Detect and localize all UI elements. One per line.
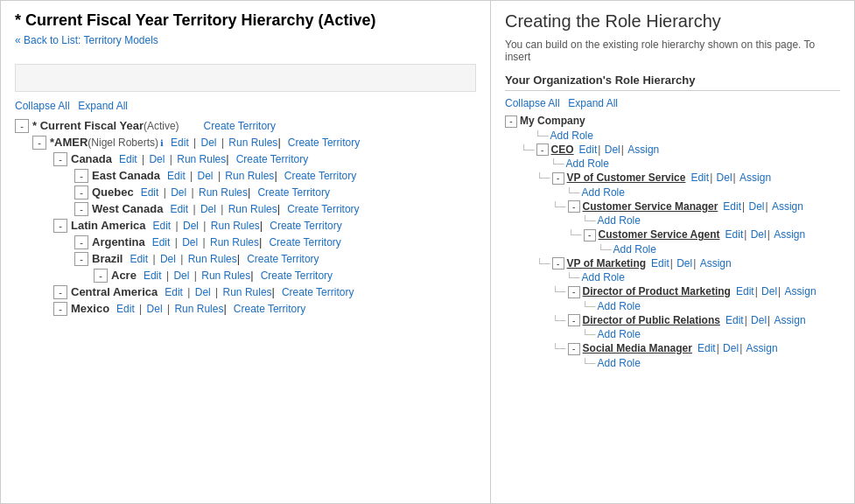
add-role-add-role-csm[interactable]: Add Role: [598, 214, 641, 227]
link-del-latin-america[interactable]: Del: [183, 220, 199, 232]
create-territory-mexico[interactable]: Create Territory: [234, 303, 305, 315]
toggle-mexico[interactable]: -: [53, 302, 67, 316]
link-edit-amer[interactable]: Edit: [171, 136, 189, 149]
left-collapse-all[interactable]: Collapse All: [15, 100, 70, 112]
link-run-rules-east-canada[interactable]: Run Rules: [225, 170, 274, 182]
add-role-add-role-dpr[interactable]: Add Role: [598, 328, 641, 340]
link-run-rules-mexico[interactable]: Run Rules: [174, 303, 223, 315]
create-territory-canada[interactable]: Create Territory: [236, 153, 308, 165]
toggle-brazil[interactable]: -: [74, 252, 88, 266]
role-link-edit-dir-public-relations[interactable]: Edit: [725, 314, 744, 326]
link-edit-canada[interactable]: Edit: [119, 153, 137, 165]
create-territory-argentina[interactable]: Create Territory: [269, 236, 340, 248]
link-del-canada[interactable]: Del: [149, 153, 165, 165]
create-territory-east-canada[interactable]: Create Territory: [284, 170, 356, 182]
create-territory-central-america[interactable]: Create Territory: [282, 286, 354, 298]
add-role-add-role-mc[interactable]: Add Role: [550, 130, 593, 142]
role-link-edit-csa[interactable]: Edit: [725, 228, 744, 241]
link-del-west-canada[interactable]: Del: [200, 203, 216, 215]
link-edit-argentina[interactable]: Edit: [152, 236, 171, 248]
role-link-assign-vp-customer-service[interactable]: Assign: [739, 172, 771, 184]
add-role-add-role-dpm[interactable]: Add Role: [598, 300, 641, 312]
create-territory-west-canada[interactable]: Create Territory: [287, 203, 359, 215]
left-expand-all[interactable]: Expand All: [78, 100, 128, 112]
link-run-rules-central-america[interactable]: Run Rules: [223, 286, 272, 298]
add-role-add-role-csa[interactable]: Add Role: [613, 243, 656, 256]
toggle-acre[interactable]: -: [94, 269, 108, 283]
role-toggle-social-media-mgr[interactable]: -: [568, 343, 580, 355]
toggle-root[interactable]: -: [15, 119, 29, 133]
add-role-add-role-vpcs[interactable]: Add Role: [582, 186, 625, 199]
role-link-del-social-media-mgr[interactable]: Del: [723, 342, 739, 354]
add-role-add-role-ceo[interactable]: Add Role: [566, 158, 609, 170]
role-link-assign-ceo[interactable]: Assign: [627, 144, 659, 156]
role-link-del-csm[interactable]: Del: [748, 200, 764, 213]
toggle-central-america[interactable]: -: [53, 285, 67, 299]
link-del-acre[interactable]: Del: [173, 270, 189, 282]
link-del-amer[interactable]: Del: [201, 136, 217, 149]
role-toggle-vp-marketing[interactable]: -: [552, 257, 564, 270]
add-role-add-role-smm[interactable]: Add Role: [598, 357, 641, 369]
link-run-rules-amer[interactable]: Run Rules: [228, 136, 277, 149]
role-link-del-vp-marketing[interactable]: Del: [676, 257, 692, 270]
role-link-del-vp-customer-service[interactable]: Del: [717, 172, 732, 184]
link-run-rules-quebec[interactable]: Run Rules: [199, 186, 248, 199]
link-run-rules-acre[interactable]: Run Rules: [201, 270, 250, 282]
role-link-assign-csm[interactable]: Assign: [772, 200, 803, 213]
link-del-central-america[interactable]: Del: [195, 286, 211, 298]
role-link-edit-dir-product-marketing[interactable]: Edit: [736, 285, 754, 298]
toggle-quebec[interactable]: -: [74, 186, 88, 200]
link-del-mexico[interactable]: Del: [147, 303, 163, 315]
role-expand-all[interactable]: Expand All: [568, 97, 618, 109]
link-edit-east-canada[interactable]: Edit: [167, 170, 186, 182]
link-run-rules-argentina[interactable]: Run Rules: [210, 236, 259, 248]
create-territory-acre[interactable]: Create Territory: [261, 270, 333, 282]
link-edit-latin-america[interactable]: Edit: [153, 220, 172, 232]
toggle-latin-america[interactable]: -: [53, 219, 67, 233]
role-link-assign-dir-public-relations[interactable]: Assign: [774, 314, 806, 326]
role-link-edit-social-media-mgr[interactable]: Edit: [697, 342, 716, 354]
create-territory-latin-america[interactable]: Create Territory: [270, 220, 341, 232]
link-del-quebec[interactable]: Del: [171, 186, 186, 199]
role-collapse-all[interactable]: Collapse All: [505, 97, 560, 109]
role-link-edit-vp-marketing[interactable]: Edit: [651, 257, 669, 270]
role-toggle-my-company[interactable]: -: [505, 116, 517, 128]
create-territory-root[interactable]: Create Territory: [204, 120, 276, 132]
role-link-edit-csm[interactable]: Edit: [723, 200, 741, 213]
link-edit-acre[interactable]: Edit: [144, 270, 162, 282]
role-link-assign-dir-product-marketing[interactable]: Assign: [785, 285, 816, 298]
role-link-edit-ceo[interactable]: Edit: [579, 144, 598, 156]
role-link-assign-vp-marketing[interactable]: Assign: [700, 257, 732, 270]
role-toggle-dir-product-marketing[interactable]: -: [568, 286, 580, 298]
toggle-argentina[interactable]: -: [74, 235, 88, 249]
role-link-assign-csa[interactable]: Assign: [774, 228, 805, 241]
link-edit-quebec[interactable]: Edit: [141, 186, 159, 199]
link-del-argentina[interactable]: Del: [182, 236, 198, 248]
link-edit-brazil[interactable]: Edit: [130, 253, 148, 265]
toggle-east-canada[interactable]: -: [74, 169, 88, 183]
link-del-brazil[interactable]: Del: [160, 253, 176, 265]
link-del-east-canada[interactable]: Del: [198, 170, 214, 182]
link-run-rules-latin-america[interactable]: Run Rules: [211, 220, 260, 232]
back-link[interactable]: « Back to List: Territory Models: [15, 34, 158, 46]
role-toggle-csa[interactable]: -: [584, 229, 596, 242]
toggle-west-canada[interactable]: -: [74, 202, 88, 216]
role-link-edit-vp-customer-service[interactable]: Edit: [690, 172, 709, 184]
link-run-rules-west-canada[interactable]: Run Rules: [228, 203, 277, 215]
link-edit-central-america[interactable]: Edit: [165, 286, 183, 298]
link-edit-mexico[interactable]: Edit: [116, 303, 135, 315]
create-territory-quebec[interactable]: Create Territory: [257, 186, 329, 199]
role-toggle-ceo[interactable]: -: [536, 144, 549, 156]
role-link-del-ceo[interactable]: Del: [605, 144, 620, 156]
create-territory-amer[interactable]: Create Territory: [288, 136, 360, 149]
info-icon-amer[interactable]: ℹ: [160, 138, 164, 148]
link-run-rules-canada[interactable]: Run Rules: [177, 153, 226, 165]
role-link-del-csa[interactable]: Del: [751, 228, 767, 241]
toggle-amer[interactable]: -: [32, 136, 46, 150]
role-toggle-dir-public-relations[interactable]: -: [568, 314, 580, 326]
role-link-assign-social-media-mgr[interactable]: Assign: [746, 342, 778, 354]
link-edit-west-canada[interactable]: Edit: [170, 203, 188, 215]
toggle-canada[interactable]: -: [53, 152, 67, 166]
role-toggle-vp-customer-service[interactable]: -: [552, 172, 564, 185]
role-toggle-csm[interactable]: -: [568, 200, 580, 213]
